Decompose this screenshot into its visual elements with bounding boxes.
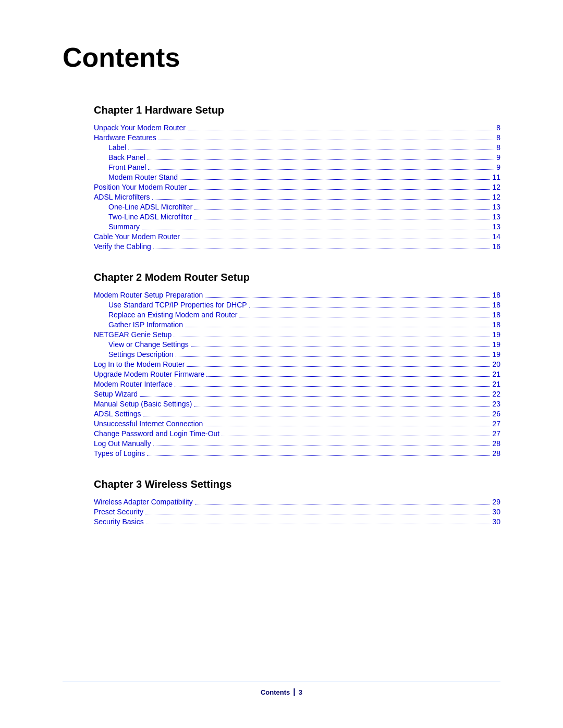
toc-page-number: 13	[492, 203, 500, 211]
toc-entry: Unpack Your Modem Router8	[94, 124, 500, 132]
toc-dots	[143, 416, 491, 416]
toc-link[interactable]: Log Out Manually	[94, 439, 151, 448]
toc-page-number: 18	[492, 291, 500, 299]
toc-entry: One-Line ADSL Microfilter13	[108, 203, 500, 211]
toc-entry: Types of Logins28	[94, 449, 500, 458]
toc-entry: Setup Wizard22	[94, 390, 500, 398]
toc-link[interactable]: Hardware Features	[94, 133, 156, 142]
toc-dots	[180, 179, 490, 180]
toc-entry: Change Password and Login Time-Out27	[94, 429, 500, 438]
toc-sections: Chapter 1 Hardware SetupUnpack Your Mode…	[63, 104, 500, 526]
toc-dots	[142, 229, 491, 229]
toc-dots	[176, 356, 491, 357]
toc-page-number: 20	[492, 360, 500, 368]
toc-link[interactable]: ADSL Settings	[94, 410, 141, 418]
toc-link[interactable]: View or Change Settings	[108, 340, 189, 349]
toc-link[interactable]: Back Panel	[108, 153, 145, 162]
toc-dots	[153, 446, 491, 446]
toc-link[interactable]: Modem Router Interface	[94, 380, 173, 388]
toc-link[interactable]: One-Line ADSL Microfilter	[108, 203, 192, 211]
toc-page-number: 19	[492, 340, 500, 349]
toc-link[interactable]: Position Your Modem Router	[94, 183, 187, 191]
toc-entry: NETGEAR Genie Setup19	[94, 330, 500, 339]
toc-link[interactable]: Manual Setup (Basic Settings)	[94, 400, 192, 408]
toc-link[interactable]: Cable Your Modem Router	[94, 232, 180, 241]
toc-dots	[189, 189, 490, 190]
toc-entry: Hardware Features8	[94, 133, 500, 142]
toc-entry: Position Your Modem Router12	[94, 183, 500, 191]
toc-link[interactable]: Types of Logins	[94, 449, 145, 458]
toc-entry: Wireless Adapter Compatibility29	[94, 498, 500, 506]
footer-label: Contents	[261, 688, 290, 696]
toc-dots	[188, 130, 494, 130]
toc-link[interactable]: Replace an Existing Modem and Router	[108, 311, 237, 319]
toc-link[interactable]: Summary	[108, 223, 140, 231]
toc-entry: Verify the Cabling16	[94, 242, 500, 251]
toc-entry: Security Basics30	[94, 517, 500, 526]
footer-separator: |	[293, 687, 295, 697]
toc-page-number: 11	[492, 173, 500, 181]
toc-link[interactable]: Two-Line ADSL Microfilter	[108, 213, 192, 221]
toc-dots	[148, 169, 494, 170]
toc-dots	[187, 366, 490, 367]
toc-link[interactable]: Log In to the Modem Router	[94, 360, 185, 368]
toc-link[interactable]: ADSL Microfilters	[94, 193, 150, 201]
toc-page-number: 22	[492, 390, 500, 398]
toc-entry: Replace an Existing Modem and Router18	[108, 311, 500, 319]
toc-dots	[194, 406, 490, 406]
footer: Contents | 3	[63, 682, 500, 697]
toc-page-number: 28	[492, 449, 500, 458]
toc-page-number: 27	[492, 419, 500, 428]
toc-entry: Settings Description19	[108, 350, 500, 359]
toc-entry: ADSL Microfilters12	[94, 193, 500, 201]
toc-link[interactable]: Preset Security	[94, 508, 143, 516]
toc-link[interactable]: Modem Router Setup Preparation	[94, 291, 203, 299]
toc-page-number: 18	[492, 320, 500, 329]
toc-link[interactable]: Setup Wizard	[94, 390, 138, 398]
toc-page-number: 29	[492, 498, 500, 506]
toc-dots	[195, 504, 491, 504]
toc-link[interactable]: Unsuccessful Internet Connection	[94, 419, 203, 428]
toc-entry: Label8	[108, 143, 500, 152]
toc-dots	[205, 297, 490, 298]
footer-page-number: 3	[299, 688, 302, 696]
toc-page-number: 27	[492, 429, 500, 438]
toc-page-number: 21	[492, 380, 500, 388]
toc-dots	[222, 436, 490, 436]
toc-dots	[205, 426, 490, 426]
toc-dots	[145, 514, 490, 514]
toc-link[interactable]: Settings Description	[108, 350, 174, 359]
toc-link[interactable]: Wireless Adapter Compatibility	[94, 498, 193, 506]
toc-dots	[191, 347, 491, 347]
toc-entry: View or Change Settings19	[108, 340, 500, 349]
toc-dots	[206, 376, 490, 377]
toc-dots	[128, 150, 494, 150]
toc-dots	[158, 140, 494, 140]
toc-entry: Use Standard TCP/IP Properties for DHCP1…	[108, 301, 500, 309]
toc-link[interactable]: Verify the Cabling	[94, 242, 151, 251]
toc-link[interactable]: Modem Router Stand	[108, 173, 178, 181]
toc-dots	[249, 307, 491, 307]
toc-link[interactable]: Change Password and Login Time-Out	[94, 429, 219, 438]
toc-page-number: 8	[496, 124, 500, 132]
toc-link[interactable]: Security Basics	[94, 517, 144, 526]
toc-link[interactable]: Unpack Your Modem Router	[94, 124, 186, 132]
toc-link[interactable]: Use Standard TCP/IP Properties for DHCP	[108, 301, 247, 309]
chapter1-heading: Chapter 1 Hardware Setup	[94, 104, 500, 116]
toc-entry: Cable Your Modem Router14	[94, 232, 500, 241]
toc-link[interactable]: Front Panel	[108, 163, 146, 171]
toc-entry: Log Out Manually28	[94, 439, 500, 448]
chapter3-heading: Chapter 3 Wireless Settings	[94, 478, 500, 490]
toc-page-number: 28	[492, 439, 500, 448]
toc-link[interactable]: Upgrade Modem Router Firmware	[94, 370, 204, 378]
toc-entry: Upgrade Modem Router Firmware21	[94, 370, 500, 378]
toc-link[interactable]: Label	[108, 143, 126, 152]
toc-dots	[194, 219, 491, 219]
toc-page-number: 8	[496, 133, 500, 142]
toc-link[interactable]: NETGEAR Genie Setup	[94, 330, 172, 339]
page-title: Contents	[63, 42, 500, 73]
toc-link[interactable]: Gather ISP Information	[108, 320, 183, 329]
chapter1-entries: Unpack Your Modem Router8Hardware Featur…	[94, 124, 500, 251]
toc-page-number: 14	[492, 232, 500, 241]
toc-dots	[153, 249, 491, 249]
